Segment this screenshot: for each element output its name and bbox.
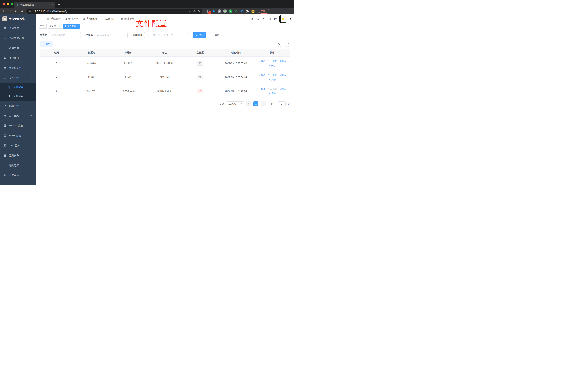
extension-y-icon[interactable]: Y: [229, 9, 232, 13]
extension-pin-icon[interactable]: [212, 9, 216, 13]
trash-icon: [269, 79, 271, 81]
address-bar[interactable]: 127.0.0.1:1024/infra/file/file-config: [26, 9, 202, 14]
maximize-window-button[interactable]: [11, 3, 13, 5]
sidebar-item-code-gen[interactable]: 代码生成: [0, 23, 36, 33]
master-action[interactable]: 主配置: [268, 73, 277, 76]
config-name-input[interactable]: 请输入配置名: [49, 32, 81, 38]
end-date-placeholder[interactable]: 结束日期: [164, 33, 173, 37]
chevron-down-icon: [30, 114, 33, 117]
nav-item-infrastructure[interactable]: 基础设施: [80, 14, 99, 23]
form-icon: [3, 46, 7, 50]
chart-icon: [3, 124, 7, 127]
extension-dot-icon[interactable]: [223, 9, 227, 13]
test-action[interactable]: 测试: [279, 59, 286, 63]
tab-favicon-sprout-icon: [16, 3, 19, 6]
forward-button[interactable]: [8, 9, 12, 13]
nav-item-report[interactable]: 统计报表: [118, 14, 137, 23]
toggle-search-button[interactable]: [277, 41, 283, 47]
refresh-icon: [211, 34, 214, 36]
bookmark-star-icon[interactable]: [197, 10, 200, 13]
col-name: 配置名: [74, 49, 110, 56]
sidebar-item-config-manage[interactable]: 配置管理: [0, 101, 36, 111]
search-button[interactable]: 搜索: [193, 32, 206, 38]
extension-grid-icon[interactable]: 11: [206, 9, 210, 13]
help-icon[interactable]: [262, 17, 265, 21]
test-action[interactable]: 测试: [279, 87, 286, 90]
sidebar-item-api-log[interactable]: API 日志: [0, 111, 36, 121]
extension-eye-icon[interactable]: [240, 9, 244, 13]
extension-cmd-icon[interactable]: ⌘: [218, 9, 221, 13]
edit-action[interactable]: 修改: [259, 87, 265, 90]
refresh-table-button[interactable]: [285, 41, 290, 47]
profile-avatar[interactable]: [251, 9, 255, 13]
tag-file-config[interactable]: 文件配置×: [63, 24, 80, 29]
sidebar-item-mysql-monitor[interactable]: MySQL 监控: [0, 121, 36, 131]
start-date-placeholder[interactable]: 开始日期: [150, 33, 160, 37]
extension-star-icon[interactable]: [234, 9, 238, 13]
sidebar-item-system-api[interactable]: 系统接口: [0, 53, 36, 63]
master-action[interactable]: 主配置: [268, 59, 277, 63]
sidebar-item-file-manage[interactable]: 文件管理: [0, 73, 36, 83]
file-config-table: 编号 配置名 存储器 备注 主配置 创建时间 操作 5 本地磁盘 本地磁盘 测试: [40, 49, 290, 98]
page-size-select[interactable]: 10条/页: [227, 101, 244, 106]
goto-page-input[interactable]: [278, 101, 285, 106]
tag-home[interactable]: 首页: [39, 24, 47, 29]
site-info-icon[interactable]: [29, 10, 31, 12]
tab-close-icon[interactable]: ×: [52, 4, 53, 6]
next-page-button[interactable]: [261, 101, 266, 106]
minimize-window-button[interactable]: [7, 3, 9, 5]
current-page-button[interactable]: 1: [253, 101, 258, 106]
back-button[interactable]: [2, 9, 6, 13]
url-text[interactable]: 127.0.0.1:1024/infra/file/file-config: [32, 10, 67, 13]
browser-tab[interactable]: 芋道管理系统 ×: [14, 2, 55, 8]
storage-select[interactable]: 请选择存储器: [95, 32, 128, 38]
sidebar-item-redis-monitor[interactable]: Redis 监控: [0, 131, 36, 140]
reload-button[interactable]: [14, 9, 18, 13]
sidebar-fold-button[interactable]: [36, 17, 44, 21]
new-tab-button[interactable]: +: [56, 2, 62, 7]
share-icon[interactable]: [193, 10, 196, 13]
nav-item-system[interactable]: 系统管理: [44, 14, 63, 23]
sidebar-item-file-config[interactable]: 文件配置: [0, 83, 36, 92]
password-key-icon[interactable]: [189, 10, 192, 13]
edit-action[interactable]: 修改: [259, 59, 265, 63]
test-action[interactable]: 测试: [279, 73, 286, 76]
user-avatar[interactable]: [279, 15, 287, 22]
delete-action[interactable]: 删除: [269, 92, 276, 95]
browser-update-button[interactable]: 更新: [259, 9, 269, 13]
add-button[interactable]: 新增: [40, 41, 53, 47]
nav-item-workflow[interactable]: 工作流程: [99, 14, 118, 23]
sidebar-item-java-monitor[interactable]: Java 监控: [0, 140, 36, 150]
sidebar-item-tracing[interactable]: 链路追踪: [0, 160, 36, 170]
tag-profile[interactable]: 个人中心×: [48, 24, 62, 29]
nav-item-payment[interactable]: ¥支付管理: [63, 14, 80, 23]
home-button[interactable]: [20, 9, 25, 13]
delete-action[interactable]: 删除: [269, 78, 276, 81]
fullscreen-icon[interactable]: [268, 17, 272, 21]
window-controls[interactable]: [3, 3, 13, 5]
browser-menu-icon[interactable]: [267, 10, 267, 12]
gauge-icon: [120, 17, 123, 20]
search-icon[interactable]: [250, 17, 253, 21]
close-window-button[interactable]: [3, 3, 5, 5]
sidebar-item-code-demo[interactable]: 代码生成示例: [0, 33, 36, 43]
date-range-picker[interactable]: 开始日期 - 结束日期: [144, 32, 188, 38]
sidebar-logo[interactable]: 芋道管理系统: [0, 14, 36, 23]
avatar-dropdown-caret-icon[interactable]: [290, 18, 292, 20]
sidebar-item-scheduled-task[interactable]: 定时任务: [0, 150, 36, 160]
sidebar-item-db-doc[interactable]: 数据库文档: [0, 63, 36, 73]
edit-action[interactable]: 修改: [259, 73, 265, 76]
delete-action[interactable]: 删除: [269, 64, 276, 67]
extensions-puzzle-icon[interactable]: [246, 9, 249, 13]
sidebar-item-form-builder[interactable]: 表单构建: [0, 43, 36, 53]
font-size-icon[interactable]: tT: [274, 18, 277, 21]
prev-page-button[interactable]: [246, 101, 251, 106]
github-icon[interactable]: [256, 17, 260, 21]
doc-pen-icon: [3, 114, 7, 117]
sidebar-item-log-center[interactable]: 日志中心: [0, 170, 36, 180]
close-icon[interactable]: ×: [77, 25, 78, 27]
sidebar-item-file-list[interactable]: 文件列表: [0, 92, 36, 101]
close-icon[interactable]: ×: [59, 25, 60, 27]
reset-button[interactable]: 重置: [209, 32, 222, 38]
config-name-label: 配置名: [40, 33, 47, 37]
